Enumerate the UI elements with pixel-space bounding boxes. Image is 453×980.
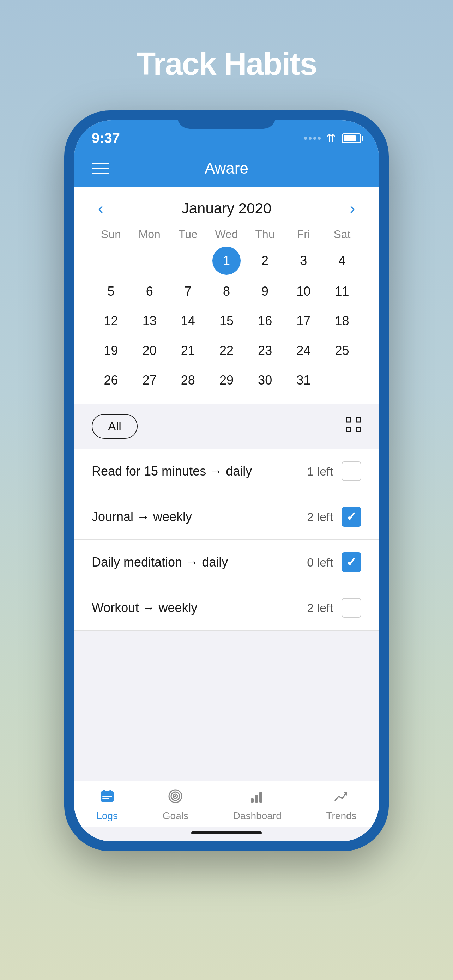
calendar-grid: Sun Mon Tue Wed Thu Fri Sat 1 2 3 4 — [92, 228, 361, 393]
calendar-day[interactable]: 20 — [130, 337, 168, 364]
battery-icon — [342, 134, 361, 143]
calendar-day[interactable]: 12 — [92, 308, 130, 334]
habit-checkbox-meditation[interactable]: ✓ — [342, 552, 361, 572]
calendar-day[interactable]: 5 — [92, 278, 130, 304]
goals-icon — [168, 788, 183, 808]
filter-all-button[interactable]: All — [92, 414, 138, 439]
calendar-day[interactable]: 25 — [323, 337, 361, 364]
wifi-icon: ⇈ — [326, 132, 336, 145]
nav-label-dashboard: Dashboard — [233, 810, 281, 822]
calendar-month: January 2020 — [182, 200, 272, 217]
calendar-day[interactable]: 16 — [246, 308, 285, 334]
calendar-day[interactable]: 3 — [285, 247, 323, 275]
svg-rect-14 — [255, 795, 258, 803]
app-header: Aware — [74, 153, 379, 187]
nav-label-logs: Logs — [96, 810, 118, 822]
calendar-section: ‹ January 2020 › Sun Mon Tue Wed Thu Fri… — [74, 187, 379, 404]
habit-arrow-journal: → — [137, 509, 149, 524]
calendar-days: 1 2 3 4 5 6 7 8 9 10 11 12 13 14 15 — [92, 247, 361, 393]
calendar-day[interactable]: 19 — [92, 337, 130, 364]
calendar-day[interactable]: 26 — [92, 367, 130, 393]
calendar-day-empty — [130, 247, 168, 275]
phone-frame: 9:37 ⇈ Aware — [64, 110, 389, 851]
calendar-day[interactable]: 14 — [168, 308, 207, 334]
habit-item-meditation[interactable]: Daily meditation → daily 0 left ✓ — [74, 540, 379, 585]
habit-arrow-workout: → — [142, 600, 155, 615]
habit-frequency-read: daily — [226, 464, 252, 479]
dow-mon: Mon — [130, 228, 168, 241]
calendar-day[interactable]: 24 — [285, 337, 323, 364]
svg-rect-8 — [102, 798, 110, 799]
dow-tue: Tue — [168, 228, 207, 241]
calendar-dow-row: Sun Mon Tue Wed Thu Fri Sat — [92, 228, 361, 241]
calendar-day[interactable]: 17 — [285, 308, 323, 334]
checkmark-icon: ✓ — [346, 509, 357, 524]
habits-filter-row: All — [74, 404, 379, 449]
habit-item-workout[interactable]: Workout → weekly 2 left — [74, 585, 379, 631]
calendar-day[interactable]: 29 — [207, 367, 246, 393]
calendar-day[interactable]: 11 — [323, 278, 361, 304]
svg-rect-0 — [347, 418, 351, 422]
app-title: Aware — [205, 159, 248, 177]
calendar-next-button[interactable]: › — [343, 200, 361, 217]
habit-checkbox-journal[interactable]: ✓ — [342, 507, 361, 527]
menu-icon[interactable] — [92, 162, 109, 174]
habit-right-read: 1 left — [307, 461, 361, 481]
habit-name-meditation: Daily meditation — [92, 555, 182, 570]
habit-count-meditation: 0 left — [307, 555, 333, 570]
calendar-day[interactable]: 21 — [168, 337, 207, 364]
habit-info-workout: Workout → weekly — [92, 600, 300, 615]
nav-item-trends[interactable]: Trends — [326, 788, 356, 822]
calendar-day[interactable]: 23 — [246, 337, 285, 364]
svg-rect-2 — [347, 428, 351, 432]
calendar-day-empty — [323, 367, 361, 393]
dow-sat: Sat — [323, 228, 361, 241]
home-bar — [191, 832, 262, 834]
habit-name-row-journal: Journal → weekly — [92, 509, 300, 524]
calendar-day[interactable]: 8 — [207, 278, 246, 304]
svg-rect-13 — [251, 798, 254, 803]
nav-label-goals: Goals — [163, 810, 188, 822]
habit-checkbox-workout[interactable] — [342, 598, 361, 618]
habit-name-row-meditation: Daily meditation → daily — [92, 555, 300, 570]
calendar-day[interactable]: 9 — [246, 278, 285, 304]
calendar-day[interactable]: 10 — [285, 278, 323, 304]
habit-name-workout: Workout — [92, 600, 139, 615]
nav-item-goals[interactable]: Goals — [163, 788, 188, 822]
habit-item-journal[interactable]: Journal → weekly 2 left ✓ — [74, 494, 379, 540]
status-time: 9:37 — [92, 130, 120, 146]
calendar-day[interactable]: 30 — [246, 367, 285, 393]
calendar-day[interactable]: 13 — [130, 308, 168, 334]
habit-info-read: Read for 15 minutes → daily — [92, 464, 300, 479]
calendar-day[interactable]: 15 — [207, 308, 246, 334]
calendar-day[interactable]: 7 — [168, 278, 207, 304]
svg-rect-15 — [259, 792, 262, 803]
calendar-day[interactable]: 2 — [246, 247, 285, 275]
nav-item-logs[interactable]: Logs — [96, 788, 118, 822]
home-indicator — [74, 827, 379, 842]
calendar-day[interactable]: 4 — [323, 247, 361, 275]
habit-checkbox-read[interactable] — [342, 461, 361, 481]
habit-count-journal: 2 left — [307, 510, 333, 524]
calendar-day[interactable]: 28 — [168, 367, 207, 393]
expand-icon[interactable] — [346, 417, 361, 436]
calendar-day[interactable]: 6 — [130, 278, 168, 304]
habit-item-read[interactable]: Read for 15 minutes → daily 1 left — [74, 449, 379, 494]
habit-arrow-meditation: → — [186, 555, 198, 570]
calendar-day[interactable]: 27 — [130, 367, 168, 393]
nav-item-dashboard[interactable]: Dashboard — [233, 788, 281, 822]
calendar-day[interactable]: 31 — [285, 367, 323, 393]
calendar-day-today[interactable]: 1 — [212, 247, 241, 275]
phone-screen: 9:37 ⇈ Aware — [74, 120, 379, 842]
page-title: Track Habits — [136, 46, 316, 82]
habit-arrow-read: → — [210, 464, 222, 479]
calendar-day[interactable]: 22 — [207, 337, 246, 364]
bottom-nav: Logs Goals — [74, 781, 379, 827]
habit-count-read: 1 left — [307, 465, 333, 478]
calendar-day[interactable]: 18 — [323, 308, 361, 334]
phone-notch — [177, 110, 276, 129]
svg-rect-7 — [102, 795, 112, 797]
habit-count-workout: 2 left — [307, 601, 333, 615]
habits-section: All Read for 15 minutes → dail — [74, 404, 379, 781]
calendar-prev-button[interactable]: ‹ — [92, 200, 110, 217]
